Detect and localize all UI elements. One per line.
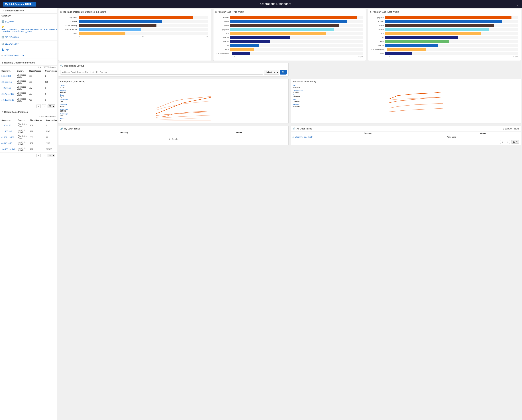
left-observed-header: ⎋ Recently Observed Indicators <box>0 60 57 66</box>
indicators-legend: URL3,517,241Email Address177,982File5,46… <box>293 85 313 121</box>
fp-indicator-link[interactable]: 82.151.123.169 <box>1 136 14 138</box>
intel-charts-row: Intelligence (Past Week) Threat2,258Inci… <box>57 78 522 125</box>
prev-page-btn[interactable]: ‹ <box>37 104 40 108</box>
top-charts-row: ⎋ Top Tags of Recently Observed Indicato… <box>57 8 522 62</box>
left-observed-section: ⎋ Recently Observed Indicators 1-10 of 7… <box>0 60 57 109</box>
bar <box>230 20 347 23</box>
fp-indicator-link[interactable]: 184.168.131.241 <box>1 148 15 150</box>
bar-label: host.recentlyreg... <box>371 48 385 50</box>
lookup-type-select[interactable]: Indicators Groups <box>264 70 279 75</box>
bar-row: mozi <box>371 40 518 43</box>
legend-item: Threat2,258 <box>60 85 80 88</box>
fp-indicator-link[interactable]: 222.186.59.9 <box>1 130 12 132</box>
all-tasks-prev-btn[interactable]: ‹ <box>500 140 504 144</box>
indicator-link[interactable]: 181.49.117.166 <box>1 93 14 95</box>
history-link[interactable]: HKEY_CURRENT_USER\SOFTWARE\MICROSOFT\WIN… <box>1 28 57 33</box>
history-link[interactable]: Olga <box>5 48 9 51</box>
lookup-icon: 🔍 <box>60 65 63 67</box>
bar-label: talos <box>61 32 77 34</box>
bar-label: epoch5 <box>371 45 384 46</box>
bar-container <box>79 20 208 23</box>
history-link[interactable]: goggle.com <box>5 20 15 22</box>
table-row: 77.40.61.96 Blocklist.de Sour... 207 8 1… <box>0 122 57 128</box>
legend-value: 1,160 <box>60 96 80 98</box>
indicator-link[interactable]: 178.128.215.16 <box>1 99 14 101</box>
history-summary: 🔄110.173.55.187 <box>0 41 57 47</box>
bar-container <box>385 36 518 39</box>
table-row: 82.151.123.169 Blocklist.de Sour... 308 … <box>0 134 57 140</box>
legend-label[interactable]: File <box>293 94 313 96</box>
legend-label[interactable]: Host <box>293 99 313 101</box>
th-observations: Observations ↕ <box>44 69 57 73</box>
table-row: 5.23.50.101 Blocklist.de Sour... 330 2 -… <box>0 73 57 79</box>
history-link[interactable]: 218.210.49.203 <box>5 36 18 38</box>
fp-indicator-link[interactable]: 46.148.20.25 <box>1 142 12 144</box>
intelligence-past-week-card: Intelligence (Past Week) Threat2,258Inci… <box>58 79 289 124</box>
legend-label[interactable]: Document <box>60 108 80 110</box>
fp-th-threatassess: ThreatAssess ↕ <box>29 118 45 122</box>
history-link[interactable]: 110.173.55.187 <box>5 43 18 45</box>
legend-label[interactable]: Threat <box>60 85 80 87</box>
bar-row: emotet <box>371 20 518 23</box>
indicator-link[interactable]: 183.232.61.7 <box>1 81 12 83</box>
bar-container <box>230 32 363 35</box>
intel-lookup-title: 🔍 Intelligence Lookup <box>58 63 288 68</box>
bar-container <box>230 24 363 27</box>
intel-past-week-body: Threat2,258Incident219,027Email1,160Adve… <box>58 84 288 123</box>
history-link[interactable]: hv300500@gmail.com <box>4 54 24 56</box>
bar <box>230 16 357 19</box>
list-item: 🔄goggle.com Common Community <box>0 18 57 25</box>
legend-label[interactable]: Campaign <box>60 113 80 115</box>
lookup-search-button[interactable]: 🔍 <box>280 70 287 75</box>
legend-label[interactable]: Incident <box>60 90 80 91</box>
next-page-btn[interactable]: › <box>42 104 46 108</box>
legend-item: Email Address177,982 <box>293 90 313 93</box>
indicator-link[interactable]: 5.23.50.101 <box>1 75 11 77</box>
bar-label: exe <box>216 32 229 34</box>
bar <box>230 48 254 51</box>
bar-row: elf <box>371 36 518 39</box>
legend-label[interactable]: Address <box>293 104 313 105</box>
all-tasks-next-btn[interactable]: › <box>506 140 510 144</box>
indicator-link[interactable]: 77.40.61.96 <box>1 87 11 89</box>
all-tasks-page-size[interactable]: 10 <box>511 140 519 144</box>
bar-row: malware <box>61 20 208 23</box>
top-tags-chart: blog: talos malware threat roundup cve-2… <box>58 14 211 41</box>
legend-value: 195 <box>60 115 80 117</box>
task-link[interactable]: Check this out. This IP <box>295 136 313 138</box>
header: My Intel Sources 124 ▼ Operations Dashbo… <box>0 0 522 8</box>
list-item: 🔄218.210.49.203 Common Community <box>0 34 57 41</box>
fp-prev-btn[interactable]: ‹ <box>37 154 40 158</box>
legend-value: 177,982 <box>293 91 313 93</box>
my-intel-sources-label: My Intel Sources <box>5 3 24 5</box>
my-intel-sources-button[interactable]: My Intel Sources 124 ▼ <box>3 2 36 7</box>
page-size-select[interactable]: 10 25 50 <box>47 105 55 108</box>
legend-label[interactable]: Adversary <box>60 99 80 101</box>
fp-indicator-link[interactable]: 77.40.61.96 <box>1 124 11 126</box>
false-positives-header: ⎋ Recent False Positives <box>0 109 57 115</box>
legend-label[interactable]: Signature <box>60 104 80 105</box>
table-row: 46.148.20.25 Krisk Intel Malici... 237 1… <box>0 140 57 146</box>
lookup-search-input[interactable] <box>60 70 263 75</box>
intel-legend: Threat2,258Incident219,027Email1,160Adve… <box>60 85 80 122</box>
fp-next-btn[interactable]: › <box>42 154 46 158</box>
bar-label: epoch4 <box>216 40 229 42</box>
table-row: 181.49.117.166 Blocklist.de Sour... 235 … <box>0 91 57 97</box>
bar-container <box>230 36 363 39</box>
left-panel: ↺ My Recent History Summary Owner 🔄goggl… <box>0 8 57 420</box>
axis-ticks: 020,000 <box>234 56 363 58</box>
popular-tags-week-title: ⎋ Popular Tags (This Week) <box>214 9 366 14</box>
fp-page-size-select[interactable]: 10 25 50 <box>47 154 55 157</box>
fp-results-count: 1-10 of 7322 Results <box>0 115 57 118</box>
intel-sources-badge: 124 <box>25 3 31 5</box>
bar-row: mozi <box>216 48 363 51</box>
bar-container <box>385 52 518 55</box>
fp-table: Summary ↕ Owner ↕ ThreatAssess ↕ Observa… <box>0 118 57 152</box>
legend-label[interactable]: URL <box>293 85 313 87</box>
menu-icon[interactable]: ⋮ <box>515 2 519 6</box>
legend-label[interactable]: Event <box>60 118 80 120</box>
bar-container <box>230 28 363 31</box>
legend-label[interactable]: Email <box>60 94 80 96</box>
legend-label[interactable]: Email Address <box>293 90 313 91</box>
chevron-down-icon: ▼ <box>32 3 34 5</box>
